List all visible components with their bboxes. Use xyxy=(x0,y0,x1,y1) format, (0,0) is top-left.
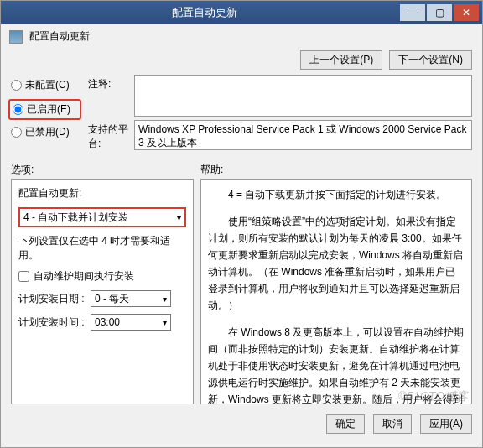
install-day-label: 计划安装日期 : xyxy=(18,292,86,306)
options-section-label: 选项: xyxy=(11,163,200,177)
minimize-button[interactable]: — xyxy=(400,4,425,21)
install-day-select[interactable]: 0 - 每天 ▾ xyxy=(91,290,171,307)
radio-unconfigured-label: 未配置(C) xyxy=(25,78,70,92)
next-setting-button[interactable]: 下一个设置(N) xyxy=(389,50,472,70)
update-mode-select[interactable]: 4 - 自动下载并计划安装 ▾ xyxy=(18,207,186,227)
comment-input[interactable] xyxy=(134,75,472,117)
comment-label: 注释: xyxy=(88,75,129,91)
sub-header: 配置自动更新 xyxy=(1,24,482,49)
radio-enabled-label: 已启用(E) xyxy=(27,102,70,117)
radio-enabled[interactable]: 已启用(E) xyxy=(8,99,81,120)
ok-button[interactable]: 确定 xyxy=(326,414,365,434)
install-time-label: 计划安装时间 : xyxy=(18,315,86,330)
help-section-label: 帮助: xyxy=(200,163,223,177)
chevron-down-icon: ▾ xyxy=(177,213,181,222)
radio-disabled-label: 已禁用(D) xyxy=(25,125,70,139)
close-button[interactable]: ✕ xyxy=(454,4,479,21)
chevron-down-icon: ▾ xyxy=(163,294,167,304)
install-time-value: 03:00 xyxy=(95,316,120,328)
maintenance-label: 自动维护期间执行安装 xyxy=(34,269,134,284)
maintenance-checkbox-row[interactable]: 自动维护期间执行安装 xyxy=(18,269,186,284)
prev-setting-button[interactable]: 上一个设置(P) xyxy=(300,50,382,70)
chevron-down-icon: ▾ xyxy=(163,318,167,327)
radio-unconfigured-input[interactable] xyxy=(11,80,22,91)
apply-button[interactable]: 应用(A) xyxy=(420,414,472,434)
cancel-button[interactable]: 取消 xyxy=(373,414,412,434)
radio-disabled-input[interactable] xyxy=(11,127,22,138)
platform-value: Windows XP Professional Service Pack 1 或… xyxy=(134,120,472,150)
help-paragraph: 4 = 自动下载更新并按下面指定的计划进行安装。 xyxy=(208,186,465,203)
radio-enabled-input[interactable] xyxy=(13,104,23,115)
install-time-select[interactable]: 03:00 ▾ xyxy=(91,314,171,331)
update-group-label: 配置自动更新: xyxy=(18,186,186,201)
help-panel: 4 = 自动下载更新并按下面指定的计划进行安装。 使用“组策略设置”中的选项指定… xyxy=(200,179,472,404)
options-panel: 配置自动更新: 4 - 自动下载并计划安装 ▾ 下列设置仅在选中 4 时才需要和… xyxy=(11,179,194,404)
maximize-button[interactable]: ▢ xyxy=(427,4,452,21)
options-note: 下列设置仅在选中 4 时才需要和适用。 xyxy=(18,234,186,263)
maintenance-checkbox[interactable] xyxy=(18,271,29,282)
platform-label: 支持的平台: xyxy=(88,120,129,151)
help-paragraph: 使用“组策略设置”中的选项指定计划。如果没有指定计划，则所有安装的默认计划为每天… xyxy=(208,213,465,314)
radio-unconfigured[interactable]: 未配置(C) xyxy=(11,78,81,92)
window-title: 配置自动更新 xyxy=(9,5,400,20)
install-day-value: 0 - 每天 xyxy=(95,292,129,306)
titlebar: 配置自动更新 — ▢ ✕ xyxy=(1,1,482,24)
subheader-label: 配置自动更新 xyxy=(29,29,90,44)
policy-icon xyxy=(9,30,23,44)
update-mode-value: 4 - 自动下载并计划安装 xyxy=(23,211,128,225)
radio-disabled[interactable]: 已禁用(D) xyxy=(11,125,81,139)
help-paragraph: 在 Windows 8 及更高版本上，可以设置在自动维护期间（而非按照特定的计划… xyxy=(208,324,465,404)
